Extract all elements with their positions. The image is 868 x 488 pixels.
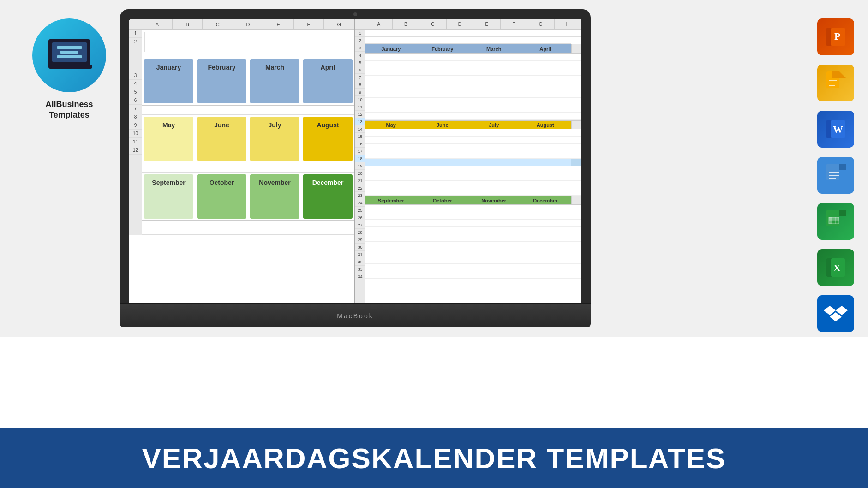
rn-8: 8 — [129, 113, 142, 121]
rcol-d: D — [447, 19, 474, 29]
r32 — [365, 264, 581, 271]
r11 — [365, 105, 581, 113]
month-september: September — [144, 174, 193, 219]
r18 — [365, 159, 581, 166]
rh-oct: October — [417, 196, 469, 204]
svg-rect-21 — [839, 210, 846, 216]
r19 — [365, 166, 581, 173]
rrn-17: 17 — [355, 148, 365, 155]
bottom-banner: VERJAARDAGSKALENDER TEMPLATES — [0, 428, 868, 488]
right-jan-apr-rows — [365, 54, 581, 120]
rrn-13: 13 — [355, 118, 365, 125]
r9 — [365, 90, 581, 98]
screen-line-2 — [60, 51, 78, 54]
svg-marker-6 — [839, 71, 846, 78]
macbook-camera — [353, 12, 357, 16]
pp-logo: P — [824, 25, 847, 48]
rh-jun: June — [417, 121, 469, 129]
rrn-24: 24 — [355, 199, 365, 207]
bottom-rows — [142, 221, 354, 235]
rcol-c: C — [419, 19, 447, 29]
rrn-19: 19 — [355, 162, 365, 170]
powerpoint-icon[interactable]: P — [817, 18, 854, 55]
laptop-base — [48, 65, 92, 69]
app-icons: P W — [817, 18, 854, 332]
rrn-30: 30 — [355, 244, 365, 251]
rrn-25: 25 — [355, 207, 365, 214]
rrn-12: 12 — [355, 111, 365, 118]
r8 — [365, 83, 581, 90]
svg-rect-7 — [829, 80, 837, 81]
rrn-21: 21 — [355, 177, 365, 184]
rrn-10: 10 — [355, 96, 365, 103]
r24 — [365, 205, 581, 212]
r4 — [365, 54, 581, 61]
r31 — [365, 256, 581, 264]
r6 — [365, 68, 581, 76]
col-b: B — [173, 19, 203, 29]
r14 — [365, 129, 581, 137]
sheets-logo — [824, 209, 847, 234]
rrn-34: 34 — [355, 273, 365, 280]
rh-aug: August — [520, 121, 572, 129]
rrn-33: 33 — [355, 266, 365, 273]
month-row-may-aug: May June July August — [142, 115, 354, 163]
month-january: January — [144, 59, 193, 103]
col-c: C — [203, 19, 233, 29]
right-sheet: A B C D E F G H 1 2 3 — [355, 19, 581, 304]
rrn-27: 27 — [355, 221, 365, 229]
r25 — [365, 212, 581, 220]
r17 — [365, 151, 581, 159]
right-month-headers-1: January February March April — [365, 44, 581, 54]
rn-7: 7 — [129, 105, 142, 113]
docs-icon[interactable] — [817, 157, 854, 194]
rrn-26: 26 — [355, 214, 365, 221]
svg-rect-16 — [829, 172, 839, 173]
rrn-8: 8 — [355, 81, 365, 89]
svg-rect-8 — [829, 83, 839, 83]
r28 — [365, 234, 581, 242]
rcol-f: F — [501, 19, 528, 29]
excel-logo: X — [824, 256, 847, 279]
dropbox-icon[interactable] — [817, 295, 854, 332]
macbook-frame: A B C D E F G 1 2 3 — [120, 9, 591, 327]
r21 — [365, 181, 581, 188]
r16 — [365, 144, 581, 151]
macbook-label: MacBook — [337, 312, 373, 320]
r33 — [365, 271, 581, 279]
month-march: March — [250, 59, 299, 103]
slides-logo — [824, 71, 847, 96]
month-december: December — [303, 174, 353, 219]
slides-icon[interactable] — [817, 65, 854, 101]
r15 — [365, 137, 581, 144]
rcol-g: G — [527, 19, 555, 29]
month-may: May — [144, 117, 193, 161]
rrn-28: 28 — [355, 229, 365, 236]
spacer-1 — [142, 106, 354, 115]
excel-icon[interactable]: X — [817, 249, 854, 286]
r26 — [365, 220, 581, 227]
rrn-7: 7 — [355, 74, 365, 81]
r5 — [365, 61, 581, 68]
month-august: August — [303, 117, 353, 161]
spacer-2 — [142, 163, 354, 173]
svg-text:W: W — [833, 124, 843, 135]
month-row-jan-apr: January February March April — [142, 57, 354, 106]
logo-laptop — [48, 39, 90, 71]
right-row-num-header — [355, 19, 365, 29]
month-row-sep-dec: September October November December — [142, 173, 354, 221]
rrn-31: 31 — [355, 251, 365, 258]
word-icon[interactable]: W — [817, 111, 854, 148]
docs-logo — [824, 163, 847, 188]
svg-text:P: P — [834, 30, 840, 42]
rn-6: 6 — [129, 96, 142, 105]
col-e: E — [263, 19, 294, 29]
sheets-icon[interactable] — [817, 203, 854, 240]
rn-5: 5 — [129, 88, 142, 96]
svg-rect-9 — [829, 85, 835, 86]
col-g: G — [324, 19, 354, 29]
rrn-15: 15 — [355, 133, 365, 140]
rn-9: 9 — [129, 121, 142, 130]
left-col-headers: A B C D E F G — [129, 19, 354, 30]
right-month-headers-3: September October November December — [365, 196, 581, 205]
